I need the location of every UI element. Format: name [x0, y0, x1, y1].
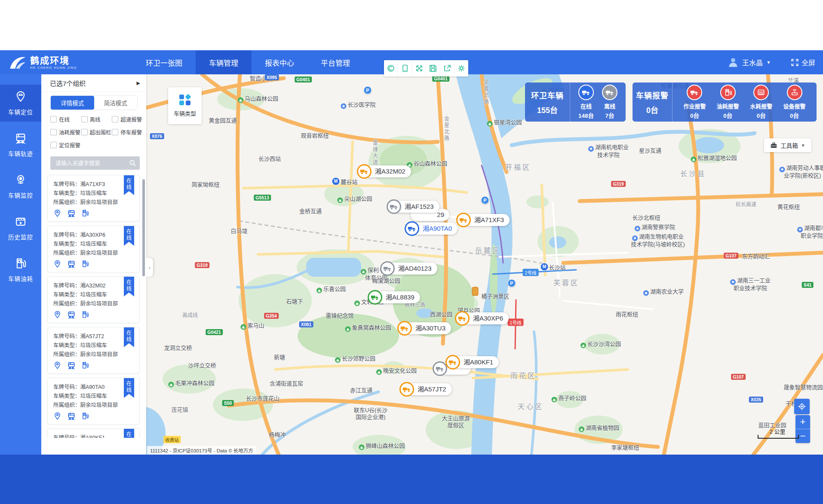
- filter-定位报警[interactable]: 定位报警: [50, 141, 81, 149]
- parking-poi-icon: P: [364, 86, 372, 95]
- map-label: ●湖南机电职业技术学院: [588, 144, 629, 159]
- vehicle-card[interactable]: 车牌号码：湘A57JT2车辆类型：垃圾压缩车所属组织：厨余垃圾项目部在线: [47, 327, 140, 374]
- map-canvas[interactable]: 智造小镇▲乌山森林公园●长沙医学院黄金园互通▲月亮岛▲银星湾公园观音岩枢纽长沙西…: [41, 74, 823, 455]
- map-label: 芙蓉区: [553, 277, 579, 287]
- alarm-count: 0台: [646, 104, 658, 115]
- filter-超出围栏[interactable]: 超出围栏: [81, 128, 112, 136]
- search-icon[interactable]: [129, 159, 136, 167]
- filter-油耗报警[interactable]: 油耗报警: [50, 128, 81, 136]
- user-menu[interactable]: 王水晶 ▼: [728, 57, 771, 68]
- checkbox[interactable]: [81, 129, 88, 135]
- map-label: ▲狮峰山森林公园: [359, 441, 405, 450]
- sidebar-item-历史监控[interactable]: 历史监控: [0, 210, 41, 247]
- vehicle-field: 所属组织：厨余垃圾项目部: [53, 350, 134, 359]
- filter-停车报警[interactable]: 停车报警: [112, 128, 144, 136]
- park-icon: ▲: [335, 357, 341, 363]
- filter-离线[interactable]: 离线: [81, 115, 112, 123]
- sidebar-item-车辆轨迹[interactable]: 车辆轨迹: [0, 126, 41, 163]
- sidebar-item-车辆油耗[interactable]: 车辆油耗: [0, 251, 41, 288]
- map-label: ●湖南生物机电职业技术学院(马坡岭校区): [631, 233, 685, 248]
- sidebar-item-车辆定位[interactable]: 车辆定位: [0, 85, 41, 122]
- search-box: [50, 156, 140, 170]
- fuel-icon[interactable]: [81, 311, 89, 319]
- vehicle-card[interactable]: 车牌号码：湘A71XF3车辆类型：垃圾压缩车所属组织：厨余垃圾项目部在线: [47, 175, 140, 222]
- filter-在线[interactable]: 在线: [50, 115, 81, 123]
- camera-icon: [15, 174, 27, 188]
- panel-collapse-button[interactable]: ‹: [146, 258, 153, 277]
- fuel-icon[interactable]: [81, 412, 89, 421]
- expand-icon[interactable]: [412, 60, 427, 76]
- checkbox[interactable]: [112, 116, 118, 122]
- compass-icon[interactable]: [384, 60, 398, 76]
- vehicle-card[interactable]: 车牌号码：湘A90TA0车辆类型：垃圾压缩车所属组织：厨余垃圾项目部在线: [47, 378, 140, 425]
- pin-icon[interactable]: [53, 209, 61, 218]
- pin-icon[interactable]: [53, 260, 61, 269]
- search-input[interactable]: [50, 156, 140, 170]
- vehicle-type-button[interactable]: 车辆类型: [168, 87, 202, 124]
- share-icon[interactable]: [440, 60, 454, 76]
- map-label: 沙坪立交桥: [188, 361, 216, 369]
- checkbox[interactable]: [50, 129, 57, 135]
- tab-详情模式[interactable]: 详情模式: [51, 96, 94, 110]
- fuel-icon[interactable]: [81, 209, 89, 218]
- checkbox[interactable]: [50, 142, 57, 148]
- nav-item-报表中心[interactable]: 报表中心: [252, 50, 307, 74]
- checkbox[interactable]: [50, 116, 57, 122]
- map-label: ▲银星湾公园: [487, 118, 522, 127]
- pin-icon[interactable]: [53, 361, 61, 370]
- panel-scrollbar[interactable]: [142, 179, 145, 276]
- checkbox[interactable]: [112, 129, 118, 135]
- vehicle-card[interactable]: 车牌号码：湘A80KF1车辆类型：垃圾压缩车所属组织：厨余垃圾项目部在线: [47, 428, 140, 438]
- zoom-in-button[interactable]: +: [795, 415, 810, 429]
- pin-icon[interactable]: [53, 311, 61, 319]
- org-selector[interactable]: 已选7个组织 ▶: [41, 74, 146, 92]
- fuel-icon[interactable]: [81, 260, 89, 269]
- alarm-title: 车辆报警: [636, 89, 669, 101]
- map-label: 西湖公园: [430, 310, 452, 318]
- vehicle-field: 所属组织：厨余垃圾项目部: [53, 401, 134, 410]
- map-label: ▲湖南省植物园: [579, 423, 619, 432]
- online-count: 148台: [578, 111, 594, 119]
- road-shield: G0401: [295, 76, 312, 82]
- sidebar-item-车辆监控[interactable]: 车辆监控: [0, 168, 41, 205]
- metro-poi-icon: M: [332, 177, 340, 186]
- fullscreen-button[interactable]: 全屏: [791, 57, 815, 67]
- checkbox[interactable]: [81, 116, 88, 122]
- vehicle-card[interactable]: 车牌号码：湘A30XP6车辆类型：垃圾压缩车所属组织：厨余垃圾项目部在线: [47, 226, 140, 272]
- tablet-icon[interactable]: [398, 60, 412, 76]
- statue-poi-icon: [472, 287, 479, 296]
- vehicle-field: 车牌号码：湘A71XF3: [53, 180, 134, 189]
- track-icon[interactable]: [67, 260, 76, 269]
- park-icon: ▲: [359, 445, 364, 450]
- road-shield: G354: [264, 313, 279, 319]
- nav-item-平台管理[interactable]: 平台管理: [307, 50, 363, 74]
- vehicle-card[interactable]: 车牌号码：湘A32M02车辆类型：垃圾压缩车所属组织：厨余垃圾项目部在线: [47, 276, 140, 323]
- park-icon: ▲: [361, 269, 366, 275]
- map-label: ▲长沙沙湾公园: [580, 339, 621, 348]
- track-icon[interactable]: [67, 361, 76, 370]
- locate-button[interactable]: [794, 399, 810, 414]
- park-icon: ▲: [316, 288, 322, 293]
- nav-item-车辆管理[interactable]: 车辆管理: [196, 50, 252, 74]
- map-label: ●湖南农业大学: [643, 287, 684, 296]
- tab-简洁模式[interactable]: 简洁模式: [94, 96, 138, 110]
- nav-item-环卫一张图[interactable]: 环卫一张图: [132, 50, 196, 74]
- filter-超速报警[interactable]: 超速报警: [112, 115, 144, 123]
- save-icon[interactable]: [426, 60, 440, 76]
- track-icon[interactable]: [67, 311, 76, 319]
- track-icon[interactable]: [67, 412, 76, 421]
- fuel-icon[interactable]: [81, 361, 89, 370]
- settings-icon[interactable]: [454, 60, 468, 76]
- park-icon: ▲: [238, 98, 243, 103]
- parking-poi-icon: P: [481, 196, 489, 205]
- toolbox-button[interactable]: 工具箱 ▼: [764, 138, 811, 152]
- brand-subtitle: HE CHENG HUAN JING: [30, 66, 77, 70]
- pin-icon[interactable]: [53, 412, 61, 421]
- track-icon[interactable]: [67, 209, 76, 218]
- map-label: 观音岩枢纽: [301, 131, 329, 139]
- road-shield: X095: [265, 74, 279, 80]
- vehicle-type-label: 车辆类型: [174, 109, 196, 117]
- status-badge: 在线: [124, 429, 134, 438]
- offline-label: 离线: [604, 102, 615, 110]
- fullscreen-label: 全屏: [802, 57, 815, 67]
